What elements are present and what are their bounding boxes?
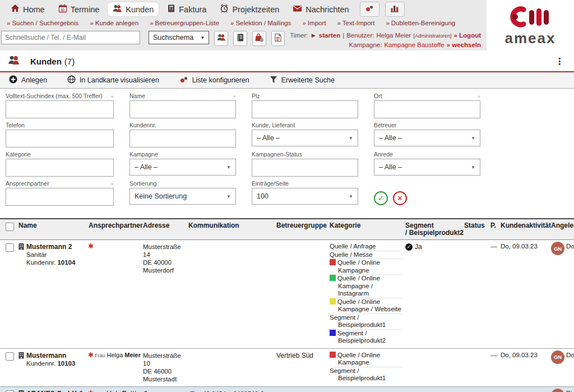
select-all-checkbox[interactable]: [6, 223, 14, 231]
row-checkbox[interactable]: [6, 390, 14, 392]
field-kunde-lieferant: Kunde, Lieferant – Alle –▼: [252, 122, 358, 147]
company-icon: [18, 352, 24, 361]
kampagne-wechseln-link[interactable]: » wechseln: [447, 41, 481, 48]
nav-label: Termine: [71, 5, 100, 14]
col-adresse: Adresse: [141, 219, 187, 239]
category-color-swatch: [330, 352, 336, 358]
cell-kommunikation: [187, 240, 275, 348]
liste-konfigurieren-button[interactable]: Liste konfigurieren: [179, 76, 249, 85]
nav-label: Nachrichten: [305, 5, 349, 14]
cell-ansprechpartner: ✱: [87, 240, 141, 348]
toolbar: Anlegen In Landkarte visualisieren Liste…: [0, 72, 574, 89]
cell-ansprechpartner: ✱ FrauHelgaMeier: [87, 349, 141, 386]
row-checkbox[interactable]: [6, 352, 14, 361]
category-item: Quelle / Online Kampagne / Instagrarm: [330, 275, 402, 298]
nav-item-termine[interactable]: 31 Termine: [53, 2, 105, 16]
kunde-lieferant-select[interactable]: – Alle –▼: [252, 130, 358, 146]
category-item: Quelle / Online Kampagne / Webseite: [330, 298, 402, 314]
customer-name[interactable]: ARANES GmbH & Co. KG: [26, 390, 85, 392]
erweiterte-suche-button[interactable]: Erweiterte Suche: [270, 76, 335, 85]
search-submit-button[interactable]: ✓: [374, 191, 388, 205]
cell-p: —: [489, 349, 499, 386]
anrede-select[interactable]: – Alle –▼: [374, 159, 480, 176]
field-ort: Ort≈: [374, 93, 480, 118]
cell-p: —: [489, 240, 499, 348]
breadcrumb-import[interactable]: »Import: [302, 20, 326, 26]
nav-item-faktura[interactable]: Faktura: [162, 2, 211, 16]
statistics-button[interactable]: [385, 2, 405, 17]
sortierung-select[interactable]: Keine Sortierung▼: [129, 188, 236, 205]
phone-icon: ☎: [188, 390, 196, 392]
quick-add-order-button[interactable]: [252, 31, 266, 46]
table-row[interactable]: Mustermann Kundennr.10103 ✱ FrauHelgaMei…: [0, 349, 574, 387]
customers-icon: [217, 33, 226, 44]
avatar: GN: [551, 351, 564, 364]
row-checkbox[interactable]: [6, 243, 14, 252]
field-kategorie: Kategorie: [6, 151, 114, 177]
contact-person: FrauViolaRotttmeier: [95, 390, 140, 392]
nav-item-home[interactable]: Home: [6, 2, 50, 16]
table-row[interactable]: Mustermann 2 Sanitär Kundennr.10104 ✱ Mu…: [0, 240, 574, 349]
breadcrumb-betreuergruppen[interactable]: »Betreuergruppen-Liste: [150, 20, 219, 26]
breadcrumb-text-import[interactable]: »Text-Import: [337, 20, 374, 26]
main-nav: Home 31 Termine Kunden Faktura Projektze…: [0, 0, 487, 19]
landkarte-button[interactable]: In Landkarte visualisieren: [67, 75, 159, 85]
status-dots-button[interactable]: [360, 2, 379, 17]
avatar: GN: [551, 389, 564, 392]
breadcrumb-kunde-anlegen[interactable]: »Kunde anlegen: [90, 20, 138, 26]
volltext-input[interactable]: [6, 100, 114, 118]
cell-kundenaktivitaet: Do, 09.03.23: [499, 349, 549, 386]
cell-p: —: [489, 387, 499, 392]
kategorie-input[interactable]: [6, 159, 114, 177]
home-icon: [11, 4, 20, 15]
customer-name[interactable]: Mustermann: [26, 352, 75, 359]
quickbar: Suchschema ▼ Timer:►starten|Benut: [0, 29, 487, 49]
kampagnen-status-input[interactable]: [252, 159, 358, 177]
nav-item-projektzeiten[interactable]: Projektzeiten: [215, 2, 284, 16]
nav-label: Projektzeiten: [232, 5, 279, 14]
field-volltext: Volltext-Suchindex (max. 500 Treffer)≈: [6, 93, 114, 118]
category-color-swatch: [330, 330, 336, 336]
quick-add-termin-button[interactable]: [233, 31, 247, 46]
col-betreuergruppe: Betreuergruppe: [275, 219, 328, 239]
quick-search-input[interactable]: [1, 31, 140, 44]
ansprechpartner-input[interactable]: [6, 188, 114, 206]
betreuer-select[interactable]: – Alle –▼: [374, 130, 480, 146]
chevron-down-icon: ▼: [471, 165, 475, 170]
field-name: Name≈: [129, 93, 236, 118]
nav-item-nachrichten[interactable]: Nachrichten: [288, 3, 354, 16]
category-color-swatch: [330, 275, 336, 281]
eintraege-select[interactable]: 100▼: [252, 188, 358, 205]
quick-add-document-button[interactable]: [271, 31, 285, 46]
cell-kommunikation: [187, 349, 275, 386]
logout-link[interactable]: » Logout: [453, 32, 481, 39]
kebab-menu-icon[interactable]: ⋮: [553, 56, 566, 67]
dots-icon: [179, 76, 188, 85]
header: Home 31 Termine Kunden Faktura Projektze…: [0, 0, 574, 50]
anlegen-button[interactable]: Anlegen: [9, 75, 47, 85]
check-circle-icon: ✓: [405, 243, 413, 251]
breadcrumb-dubletten[interactable]: »Dubletten-Bereinigung: [386, 20, 455, 26]
category-item: Quelle / Online Kampagne: [330, 259, 402, 275]
quick-add-customer-button[interactable]: [214, 31, 228, 46]
table-header: Name Ansprechpartner Adresse Kommunikati…: [0, 218, 574, 240]
kundennr-input[interactable]: [129, 130, 236, 147]
plz-input[interactable]: [252, 100, 358, 118]
col-kommunikation: Kommunikation: [187, 219, 275, 239]
timer-start-link[interactable]: starten: [319, 32, 340, 39]
category-color-swatch: [330, 298, 336, 305]
kampagne-select[interactable]: – Alle –▼: [129, 159, 236, 176]
mail-icon: [293, 4, 302, 14]
breadcrumb-selektion[interactable]: »Selektion / Mailings: [230, 20, 291, 26]
customer-name[interactable]: Mustermann 2: [26, 243, 75, 251]
suchschema-select[interactable]: Suchschema ▼: [149, 31, 210, 44]
nav-item-kunden[interactable]: Kunden: [108, 2, 159, 16]
search-reset-button[interactable]: ✕: [393, 191, 407, 205]
table-row[interactable]: ARANES GmbH & Co. KG ✱ FrauViolaRotttmei…: [0, 387, 574, 392]
cell-angelegt: GN Do: [549, 240, 574, 348]
telefon-input[interactable]: [6, 130, 114, 147]
breadcrumb-suchen[interactable]: »Suchen / Suchergebnis: [7, 20, 78, 26]
shopping-bag-icon: [254, 33, 263, 44]
name-input[interactable]: [129, 100, 236, 118]
ort-input[interactable]: [374, 100, 480, 118]
